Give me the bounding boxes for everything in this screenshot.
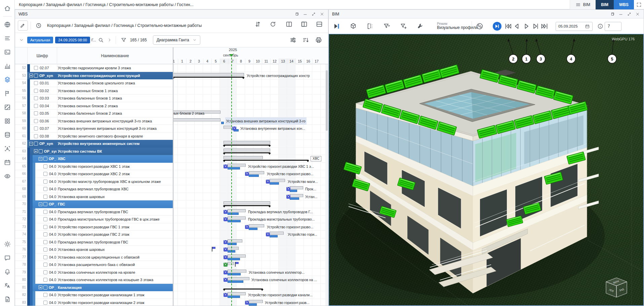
wbs-task-row[interactable]: 6504.0Устройство горизонт.разводки ХВС 1… bbox=[15, 163, 173, 170]
wbs-task-row[interactable]: 6704.0Устройство магистр.трубопроводов Х… bbox=[15, 178, 173, 186]
tab-bim[interactable]: BIM bbox=[596, 0, 614, 9]
gantt-summary-bar[interactable] bbox=[224, 160, 309, 161]
row-checkbox[interactable] bbox=[43, 240, 47, 244]
row-checkbox[interactable] bbox=[34, 126, 38, 130]
wbs-task-row[interactable]: 5403.01Установка оконных блоков цокольно… bbox=[15, 79, 173, 87]
gantt-progress-bar[interactable] bbox=[228, 280, 243, 283]
gantt-baseline-bar[interactable] bbox=[228, 209, 246, 212]
search-button[interactable] bbox=[96, 35, 106, 45]
step-back-button[interactable] bbox=[513, 18, 521, 34]
wbs-task-row[interactable]: 8004.0Установка солнечных коллекторов на… bbox=[15, 276, 173, 284]
collapse-toggle[interactable] bbox=[29, 74, 33, 77]
gantt-baseline-bar[interactable] bbox=[228, 239, 242, 242]
gantt-progress-bar[interactable] bbox=[290, 190, 297, 192]
run-visualization-button[interactable] bbox=[331, 21, 341, 31]
layout-split-button[interactable] bbox=[300, 21, 308, 28]
gantt-progress-bar[interactable] bbox=[249, 303, 257, 306]
wbs-maximize-button[interactable] bbox=[311, 11, 316, 17]
gantt-progress-bar[interactable] bbox=[221, 122, 224, 124]
sidebar-item-flag[interactable] bbox=[2, 88, 13, 99]
gantt-baseline-bar[interactable] bbox=[224, 201, 270, 204]
refresh-button[interactable] bbox=[269, 21, 277, 28]
expand-right-button[interactable] bbox=[106, 35, 113, 45]
sidebar-item-chart[interactable] bbox=[2, 60, 13, 72]
wbs-group-row[interactable]: 62ОР_synУстройство внутренних инженерных… bbox=[15, 140, 173, 148]
sidebar-item-comment[interactable] bbox=[2, 252, 13, 264]
gantt-baseline-bar[interactable] bbox=[228, 217, 246, 220]
link-selection-button[interactable] bbox=[476, 18, 483, 34]
gantt-baseline-bar[interactable] bbox=[228, 277, 249, 280]
row-checkbox[interactable] bbox=[43, 195, 47, 199]
gantt-baseline-bar[interactable] bbox=[228, 292, 246, 295]
view-mode-select[interactable]: Диаграмма Ганта bbox=[153, 35, 200, 45]
wbs-task-row[interactable]: 6804.0Прокладка вертикал.трубопроводов Х… bbox=[15, 185, 173, 193]
wbs-task-row[interactable]: 5703.04Установка оконных блоков 2 этажа bbox=[15, 102, 173, 110]
gantt-progress-bar[interactable] bbox=[228, 258, 240, 260]
wbs-task-row[interactable]: 6003.07Установка внутренних витражных ко… bbox=[15, 125, 173, 132]
collapse-toggle[interactable] bbox=[39, 285, 42, 289]
gantt-baseline-bar[interactable] bbox=[224, 126, 232, 129]
skip-to-end-button[interactable] bbox=[540, 18, 549, 34]
layout-rows-button[interactable] bbox=[316, 21, 323, 28]
wbs-task-row[interactable]: 5803.05Установка балконных блоков 2 этаж… bbox=[15, 110, 173, 117]
sidebar-item-eye[interactable] bbox=[2, 170, 13, 182]
gantt-summary-bar[interactable] bbox=[224, 289, 263, 290]
sort-button[interactable] bbox=[302, 36, 310, 44]
row-checkbox[interactable] bbox=[43, 232, 47, 236]
row-checkbox[interactable] bbox=[43, 217, 47, 221]
tab-wbs[interactable]: WBS bbox=[614, 0, 634, 9]
date-field[interactable]: 05.09.2025 bbox=[556, 18, 593, 34]
wbs-breadcrumb[interactable]: Корпорация / Западный филиал / Гостиница… bbox=[47, 23, 202, 28]
row-checkbox[interactable] bbox=[43, 157, 47, 161]
wbs-scrollbar[interactable] bbox=[325, 64, 328, 306]
sidebar-item-sun[interactable] bbox=[2, 238, 13, 250]
wbs-task-row[interactable]: 6904.0Установка кранов шаровых bbox=[15, 193, 173, 201]
sidebar-item-file[interactable] bbox=[2, 294, 13, 305]
sidebar-item-hatch[interactable] bbox=[2, 102, 13, 113]
wbs-task-row[interactable]: 7804.0Установка расширительного бака с о… bbox=[15, 261, 173, 269]
wbs-task-row[interactable]: 6604.0Устройство горизонт.разводки ХВС 2… bbox=[15, 170, 173, 178]
row-checkbox[interactable] bbox=[39, 149, 43, 153]
skip-to-start-button[interactable] bbox=[504, 18, 512, 34]
gantt-progress-bar[interactable] bbox=[228, 213, 239, 215]
wbs-task-row[interactable]: 7404.0Устройство горизонт.разводки ГВС 2… bbox=[15, 231, 173, 238]
row-checkbox[interactable] bbox=[34, 142, 38, 146]
wbs-group-row[interactable]: 64ОР_synХВС bbox=[15, 155, 173, 163]
sidebar-item-grid[interactable] bbox=[2, 115, 13, 127]
row-checkbox[interactable] bbox=[43, 210, 47, 214]
wbs-task-row[interactable]: 7304.0Устройство горизонт.разводки ГВС 1… bbox=[15, 223, 173, 231]
row-checkbox[interactable] bbox=[43, 278, 47, 282]
row-checkbox[interactable] bbox=[43, 270, 47, 274]
add-filter-button[interactable] bbox=[399, 21, 409, 31]
step-forward-button[interactable] bbox=[531, 18, 539, 34]
layout-columns-button[interactable] bbox=[285, 21, 293, 28]
swap-order-button[interactable] bbox=[254, 21, 261, 28]
row-checkbox[interactable] bbox=[34, 74, 38, 78]
gantt-progress-bar[interactable] bbox=[249, 175, 259, 177]
bim-restore-button[interactable] bbox=[610, 11, 615, 17]
wbs-task-row[interactable]: 5603.03Установка балконных блоков 1 этаж… bbox=[15, 94, 173, 102]
gantt-progress-bar[interactable] bbox=[290, 197, 299, 200]
filter-elements-button[interactable] bbox=[382, 21, 392, 31]
gantt-baseline-bar[interactable] bbox=[228, 270, 246, 273]
gantt-summary-bar[interactable] bbox=[224, 205, 270, 206]
row-checkbox[interactable] bbox=[43, 255, 47, 259]
wbs-task-row[interactable]: 7604.0Установка кранов шаровых bbox=[15, 246, 173, 254]
gantt-baseline-bar[interactable] bbox=[224, 149, 270, 152]
wbs-group-row[interactable]: 53ОР_synУстройство светоограждающих конс… bbox=[15, 72, 173, 80]
row-checkbox[interactable] bbox=[43, 172, 47, 176]
gantt-baseline-bar[interactable] bbox=[270, 179, 285, 182]
gantt-baseline-bar[interactable] bbox=[228, 164, 246, 167]
wbs-task-row[interactable]: 7204.0Прокладка магистральных трубопрово… bbox=[15, 216, 173, 223]
column-header-code[interactable]: Шифр bbox=[27, 47, 57, 64]
gantt-baseline-bar[interactable] bbox=[228, 262, 234, 265]
gantt-baseline-bar[interactable] bbox=[173, 73, 244, 76]
row-checkbox[interactable] bbox=[34, 66, 38, 70]
wbs-group-row[interactable]: 63ОР_synУстройство системы ВК bbox=[15, 148, 173, 155]
wbs-close-button[interactable] bbox=[319, 11, 325, 17]
row-checkbox[interactable] bbox=[43, 202, 47, 206]
wbs-task-row[interactable]: 7904.0Установка солнечных коллекторов на… bbox=[15, 269, 173, 276]
gantt-baseline-bar[interactable] bbox=[228, 247, 239, 250]
bim-menu-tab[interactable]: BIM bbox=[570, 0, 596, 9]
gantt-progress-bar[interactable] bbox=[228, 167, 240, 169]
